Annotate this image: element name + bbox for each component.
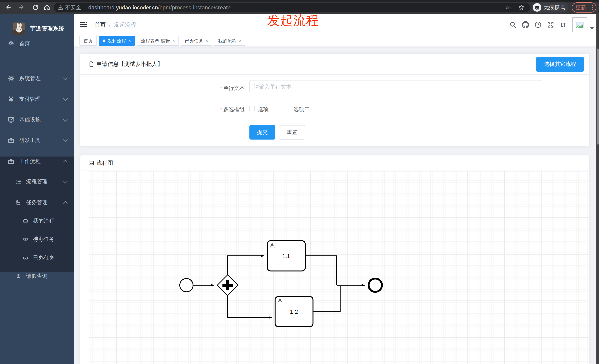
- user-avatar[interactable]: [573, 17, 587, 32]
- forward-arrow-icon: [18, 4, 25, 11]
- sidebar-item-process-management[interactable]: 流程管理: [0, 171, 74, 192]
- address-divider: [85, 5, 85, 10]
- document-icon: [88, 61, 94, 67]
- fullscreen-button[interactable]: [544, 14, 557, 35]
- end-event[interactable]: [369, 279, 382, 292]
- close-icon[interactable]: ×: [239, 39, 241, 43]
- search-icon: [509, 21, 516, 28]
- robot-face-icon: [22, 217, 29, 225]
- sidebar-item-infrastructure[interactable]: 基础设施: [0, 110, 74, 130]
- diagram-card-header: 流程图: [80, 155, 589, 171]
- parallel-gateway[interactable]: [217, 275, 238, 296]
- browser-reload-button[interactable]: [31, 3, 40, 12]
- help-button[interactable]: ?: [532, 14, 544, 35]
- tag-done-tasks[interactable]: 已办任务 ×: [181, 36, 212, 46]
- top-navbar: 首页 / 发起流程 ? tT: [74, 14, 599, 35]
- search-button[interactable]: [507, 14, 519, 35]
- submit-button[interactable]: 提交: [249, 125, 275, 140]
- browser-update-button[interactable]: 更新: [572, 2, 596, 13]
- dashboard-icon: [7, 40, 15, 47]
- breadcrumb: 首页 / 发起流程: [95, 21, 136, 29]
- diagram-title: 流程图: [97, 159, 113, 167]
- sidebar-fold-button[interactable]: [80, 21, 87, 28]
- browser-back-button[interactable]: [3, 3, 13, 12]
- hamburger-fold-icon: [80, 21, 87, 28]
- svg-text:?: ?: [537, 23, 539, 27]
- sidebar-item-leave-query[interactable]: 请假查询: [0, 267, 74, 285]
- yen-icon: [7, 95, 15, 103]
- close-icon[interactable]: ×: [172, 39, 175, 43]
- reload-icon: [32, 4, 39, 11]
- option2-checkbox[interactable]: [285, 106, 290, 111]
- sidebar-item-task-management[interactable]: 任务管理: [0, 192, 74, 213]
- browser-forward-button[interactable]: [17, 3, 26, 12]
- chevron-down-icon: [63, 96, 68, 101]
- github-icon: [522, 21, 529, 28]
- briefcase-icon: [7, 158, 15, 165]
- key-icon: [505, 4, 512, 11]
- sidebar: 芋道管理系统 首页 系统管理 支付管理 基础设施 研发工具 工作流程 流程管理 …: [0, 14, 74, 364]
- option2-label[interactable]: 选项二: [293, 106, 309, 113]
- navbar-actions: ? tT: [507, 14, 599, 35]
- url-host: dashboard.yudao.iocoder.cn: [88, 4, 158, 11]
- home-icon: [44, 4, 50, 11]
- sidebar-item-done-tasks[interactable]: 已办任务: [0, 249, 74, 267]
- start-event[interactable]: [180, 279, 193, 292]
- chevron-down-icon: [63, 179, 68, 183]
- picture-icon: [88, 160, 94, 166]
- site-security-chip[interactable]: 不安全: [58, 4, 81, 11]
- star-icon: [518, 4, 525, 11]
- sidebar-item-payment[interactable]: 支付管理: [0, 89, 74, 110]
- back-arrow-icon: [5, 4, 12, 11]
- breadcrumb-separator: /: [109, 22, 110, 28]
- option1-checkbox[interactable]: [249, 106, 255, 111]
- close-icon[interactable]: ×: [128, 39, 131, 43]
- tags-view-bar: 首页 发起流程 × 流程表单-编辑 × 已办任务 × 我的流程 ×: [74, 35, 599, 47]
- breadcrumb-current: 发起流程: [114, 21, 136, 29]
- app-logo-avatar: [13, 23, 25, 35]
- close-icon[interactable]: ×: [205, 39, 208, 43]
- reset-button[interactable]: 重置: [279, 125, 305, 140]
- broken-image-icon: [575, 20, 584, 29]
- bookmark-star-button[interactable]: [517, 3, 526, 12]
- single-line-text-input[interactable]: [249, 80, 541, 93]
- tree-icon: [15, 199, 22, 206]
- bpmn-diagram: 1.1 1.2: [89, 171, 589, 364]
- page-scrollbar[interactable]: [596, 14, 599, 364]
- user-icon: [15, 272, 22, 280]
- user-task-1-1[interactable]: 1.1: [267, 241, 305, 271]
- address-bar[interactable]: 不安全 dashboard.yudao.iocoder.cn/bpm/proce…: [54, 3, 530, 12]
- font-size-button[interactable]: tT: [557, 14, 569, 35]
- eye-icon: [22, 236, 29, 243]
- chevron-down-icon: [63, 117, 68, 121]
- tag-home[interactable]: 首页: [79, 36, 97, 46]
- sidebar-item-home[interactable]: 首页: [0, 33, 74, 54]
- sidebar-item-devtools[interactable]: 研发工具: [0, 130, 74, 151]
- chevron-up-icon: [63, 201, 68, 205]
- tag-my-process[interactable]: 我的流程 ×: [214, 36, 245, 46]
- process-diagram-card: 流程图: [80, 155, 589, 364]
- sidebar-item-my-process[interactable]: 我的流程: [0, 212, 74, 230]
- password-manager-button[interactable]: [504, 3, 513, 12]
- choose-other-process-button[interactable]: 选择其它流程: [536, 57, 584, 72]
- user-task-1-2[interactable]: 1.2: [275, 296, 313, 327]
- warning-icon: [58, 5, 63, 10]
- github-button[interactable]: [519, 14, 532, 35]
- browser-home-button[interactable]: [42, 3, 52, 12]
- browser-menu-icon[interactable]: [592, 5, 593, 10]
- apply-info-title: 申请信息【测试多审批人】: [97, 60, 163, 68]
- tag-create-process[interactable]: 发起流程 ×: [99, 36, 135, 46]
- tag-form-edit[interactable]: 流程表单-编辑 ×: [137, 36, 179, 46]
- incognito-icon: [533, 3, 541, 12]
- scrollbar-thumb[interactable]: [597, 49, 599, 144]
- monitor-icon: [7, 116, 15, 124]
- checkbox-group-label: *多选框组: [198, 106, 245, 113]
- user-menu-caret-icon[interactable]: [590, 27, 594, 30]
- sidebar-item-system[interactable]: 系统管理: [0, 68, 74, 89]
- breadcrumb-home[interactable]: 首页: [95, 21, 106, 29]
- sidebar-item-todo-tasks[interactable]: 待办任务: [0, 230, 74, 248]
- bpmn-canvas[interactable]: 1.1 1.2: [89, 171, 589, 364]
- option1-label[interactable]: 选项一: [258, 106, 274, 113]
- task-label: 1.1: [282, 253, 290, 259]
- sidebar-item-workflow[interactable]: 工作流程: [0, 151, 74, 172]
